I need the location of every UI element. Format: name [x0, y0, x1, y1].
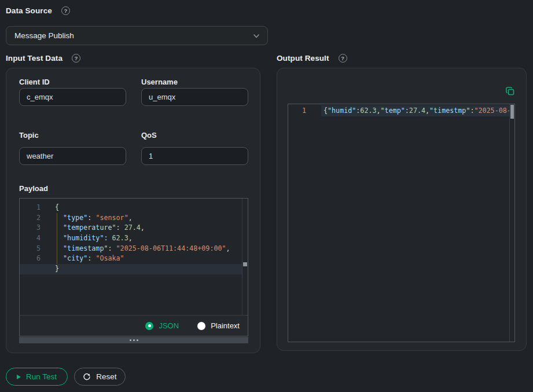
output-code-editor[interactable]: 1 {"humid":62.3,"temp":27.4,"timestmp":"… — [288, 104, 515, 342]
output-result-label: Output Result — [277, 54, 329, 63]
radio-selected-icon — [145, 322, 153, 330]
payload-gutter: 1234567 — [20, 203, 41, 274]
copy-icon — [505, 86, 516, 97]
chevron-down-icon — [252, 32, 260, 40]
input-test-data-card: Client ID Username Topic QoS Payload 123… — [6, 68, 260, 353]
username-label: Username — [141, 78, 178, 86]
radio-unselected-icon — [197, 322, 205, 330]
editor-resize-handle[interactable] — [19, 337, 248, 343]
format-radio-json[interactable]: JSON — [145, 321, 179, 331]
client-id-input[interactable] — [19, 88, 126, 106]
qos-input[interactable] — [141, 147, 248, 165]
client-id-label: Client ID — [19, 78, 50, 86]
output-result-header: Output Result ? — [277, 54, 347, 63]
topic-input[interactable] — [19, 147, 126, 165]
data-source-selected-value: Message Publish — [14, 31, 74, 40]
data-source-label: Data Source — [6, 6, 52, 15]
input-test-data-header: Input Test Data ? — [6, 54, 80, 63]
data-source-header: Data Source ? — [6, 6, 70, 15]
output-scrollbar-track[interactable] — [509, 104, 514, 342]
username-input[interactable] — [141, 88, 248, 106]
format-plaintext-label: Plaintext — [211, 321, 240, 331]
format-json-label: JSON — [159, 321, 179, 331]
payload-format-bar: JSON Plaintext — [20, 315, 248, 336]
rule-test-page: Data Source ? Message Publish Input Test… — [0, 0, 533, 392]
reset-button[interactable]: Reset — [74, 368, 126, 386]
output-code-line: {"humid":62.3,"temp":27.4,"timestmp":"20… — [324, 105, 510, 116]
input-test-data-help-icon[interactable]: ? — [72, 54, 80, 63]
output-result-card: 1 {"humid":62.3,"temp":27.4,"timestmp":"… — [277, 68, 527, 351]
format-radio-plaintext[interactable]: Plaintext — [197, 321, 240, 331]
topic-label: Topic — [19, 131, 39, 140]
run-test-button[interactable]: Run Test — [6, 368, 68, 386]
reset-icon — [83, 373, 91, 381]
output-scrollbar-thumb[interactable] — [510, 105, 514, 119]
payload-code-lines: { "type": "sensor", "temperature": 27.4,… — [55, 203, 242, 274]
input-test-data-label: Input Test Data — [6, 54, 63, 63]
payload-code-area: 1234567 { "type": "sensor", "temperature… — [20, 199, 248, 315]
run-test-label: Run Test — [26, 372, 57, 381]
qos-label: QoS — [141, 131, 157, 140]
copy-output-button[interactable] — [504, 85, 517, 98]
output-line-number: 1 — [288, 105, 306, 116]
payload-label: Payload — [19, 184, 48, 193]
payload-code-editor[interactable]: 1234567 { "type": "sensor", "temperature… — [19, 198, 248, 336]
resize-dots-icon — [130, 339, 131, 341]
payload-scrollbar-track[interactable] — [242, 199, 248, 315]
payload-scrollbar-thumb[interactable] — [243, 262, 247, 266]
play-icon — [17, 375, 21, 379]
data-source-help-icon[interactable]: ? — [61, 6, 70, 15]
output-result-help-icon[interactable]: ? — [339, 54, 347, 63]
reset-label: Reset — [96, 372, 116, 381]
data-source-select[interactable]: Message Publish — [6, 26, 268, 45]
